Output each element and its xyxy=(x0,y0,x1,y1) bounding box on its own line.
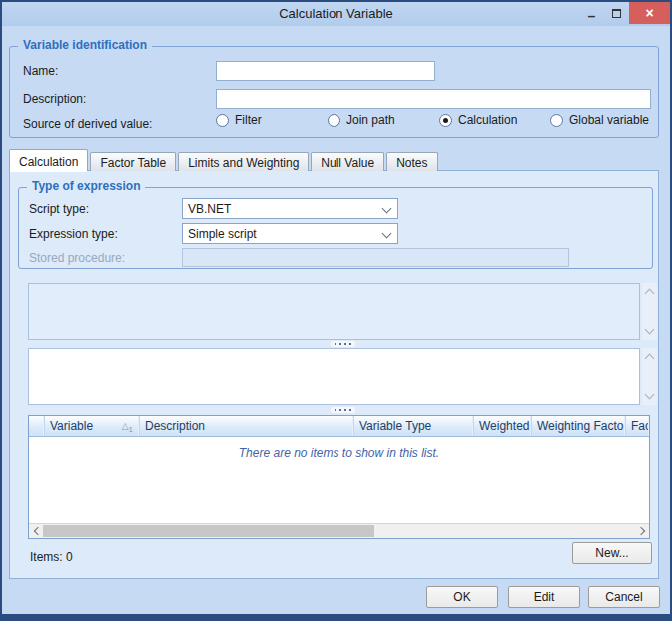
scroll-down-icon xyxy=(645,390,655,400)
script-type-value: VB.NET xyxy=(188,202,231,216)
cancel-button[interactable]: Cancel xyxy=(588,586,660,608)
group-legend: Type of expression xyxy=(27,179,145,193)
items-count: Items: 0 xyxy=(30,550,73,564)
maximize-button[interactable] xyxy=(604,2,629,24)
name-label: Name: xyxy=(23,64,58,78)
calculation-variable-dialog: Calculation Variable – × Variable identi… xyxy=(0,0,672,621)
radio-label: Calculation xyxy=(458,113,517,127)
tab-strip: Calculation Factor Table Limits and Weig… xyxy=(9,149,440,171)
source-radio-group: Filter Join path Calculation Global vari… xyxy=(10,113,658,131)
splitter-handle[interactable] xyxy=(28,406,657,413)
upper-editor-scrollbar[interactable] xyxy=(642,283,657,340)
column-header-variable-type[interactable]: Variable Type xyxy=(353,416,473,436)
maximize-icon xyxy=(612,9,621,18)
edit-button[interactable]: Edit xyxy=(508,586,580,608)
stored-procedure-label: Stored procedure: xyxy=(29,251,125,265)
scrollbar-thumb[interactable] xyxy=(43,525,374,537)
scroll-right-icon xyxy=(636,527,644,535)
expression-type-value: Simple script xyxy=(188,227,257,241)
expression-type-select[interactable]: Simple script xyxy=(182,223,398,244)
column-header-weighted[interactable]: Weighted xyxy=(473,416,531,436)
close-icon: × xyxy=(645,5,653,21)
scroll-right-button[interactable] xyxy=(635,524,649,538)
radio-icon xyxy=(216,114,229,127)
variable-identification-group: Variable identification Name: Descriptio… xyxy=(9,46,659,138)
scroll-left-button[interactable] xyxy=(29,524,43,538)
group-legend: Variable identification xyxy=(18,38,152,52)
radio-global-variable[interactable]: Global variable xyxy=(550,113,649,127)
scroll-up-icon xyxy=(645,354,655,364)
grid-horizontal-scrollbar[interactable] xyxy=(29,523,649,538)
column-header-weighting-factor[interactable]: Weighting Factor xyxy=(531,416,625,436)
calculation-tab-panel: Type of expression Script type: VB.NET E… xyxy=(9,170,659,579)
window-controls: – × xyxy=(579,2,670,24)
stored-procedure-input xyxy=(182,248,569,267)
scroll-left-icon xyxy=(33,527,41,535)
description-label: Description: xyxy=(23,92,86,106)
tab-calculation[interactable]: Calculation xyxy=(9,149,88,171)
empty-list-message: There are no items to show in this list. xyxy=(239,446,439,460)
minimize-button[interactable]: – xyxy=(579,2,604,24)
script-type-label: Script type: xyxy=(29,202,89,216)
sort-ascending-icon: △1 xyxy=(122,419,133,436)
grid-body: There are no items to show in this list. xyxy=(29,437,649,523)
minimize-icon: – xyxy=(588,8,596,24)
radio-label: Filter xyxy=(235,113,262,127)
column-header-variable[interactable]: Variable △1 xyxy=(44,416,139,436)
grip-dots-icon xyxy=(331,407,355,413)
tab-factor-table[interactable]: Factor Table xyxy=(90,152,176,171)
radio-calculation[interactable]: Calculation xyxy=(439,113,517,127)
column-header-selector[interactable] xyxy=(29,416,44,436)
expression-edit-box[interactable] xyxy=(28,348,640,405)
expression-type-label: Expression type: xyxy=(29,227,118,241)
name-input[interactable] xyxy=(216,61,435,81)
upper-editor-area xyxy=(28,283,657,340)
script-type-select[interactable]: VB.NET xyxy=(182,198,398,219)
window-title: Calculation Variable xyxy=(2,6,670,21)
scroll-down-icon xyxy=(645,325,655,335)
column-header-description[interactable]: Description xyxy=(139,416,353,436)
lower-editor-area xyxy=(28,348,657,405)
title-bar: Calculation Variable – × xyxy=(2,2,670,26)
radio-icon xyxy=(550,114,563,127)
radio-filter[interactable]: Filter xyxy=(216,113,262,127)
column-header-factor-truncated[interactable]: Fac xyxy=(625,416,649,436)
description-input[interactable] xyxy=(216,89,651,109)
splitter-handle[interactable] xyxy=(28,340,657,347)
scroll-up-icon xyxy=(645,289,655,299)
lower-editor-scrollbar[interactable] xyxy=(642,348,657,405)
radio-icon xyxy=(328,114,340,127)
variables-grid: Variable △1 Description Variable Type We… xyxy=(28,415,650,539)
radio-label: Join path xyxy=(346,113,395,127)
expression-display-box[interactable] xyxy=(28,283,640,340)
radio-icon xyxy=(439,114,452,127)
grip-dots-icon xyxy=(331,341,355,347)
tab-null-value[interactable]: Null Value xyxy=(311,152,384,171)
tab-notes[interactable]: Notes xyxy=(386,152,437,171)
chevron-down-icon xyxy=(382,229,392,239)
grid-header: Variable △1 Description Variable Type We… xyxy=(29,416,649,437)
new-button[interactable]: New... xyxy=(572,542,652,564)
radio-label: Global variable xyxy=(569,113,649,127)
chevron-down-icon xyxy=(382,204,392,214)
type-of-expression-group: Type of expression Script type: VB.NET E… xyxy=(18,187,653,269)
tab-limits-and-weighting[interactable]: Limits and Weighting xyxy=(178,152,309,171)
close-button[interactable]: × xyxy=(629,2,670,24)
ok-button[interactable]: OK xyxy=(426,586,498,608)
radio-join-path[interactable]: Join path xyxy=(328,113,395,127)
